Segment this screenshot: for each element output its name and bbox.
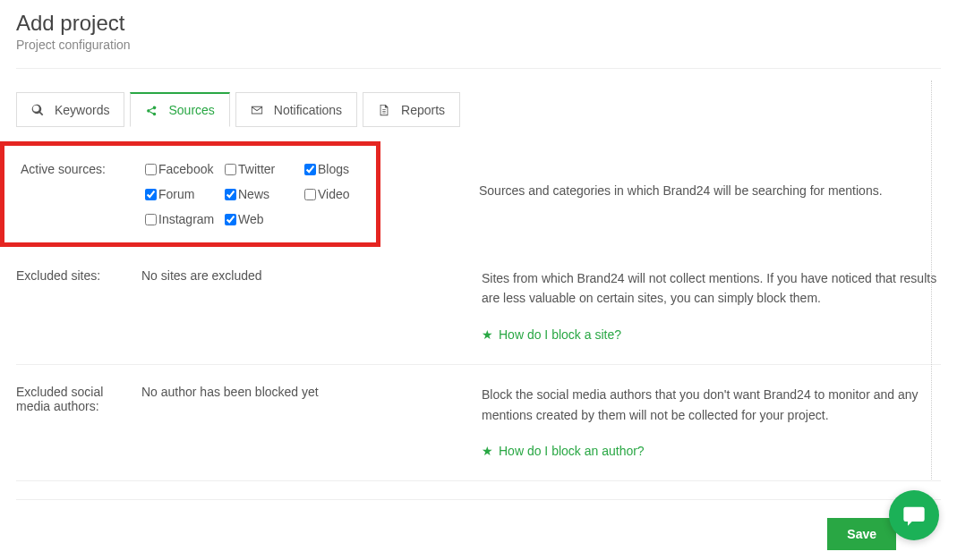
file-icon: [378, 104, 390, 116]
tab-reports[interactable]: Reports: [363, 92, 460, 127]
star-icon: ★: [482, 441, 493, 461]
search-icon: [31, 104, 44, 116]
tab-label: Keywords: [55, 103, 109, 117]
checkbox-twitter[interactable]: [225, 164, 236, 175]
page-subtitle: Project configuration: [16, 38, 941, 52]
checkbox-news[interactable]: [225, 189, 236, 200]
excluded-sites-label: Excluded sites:: [16, 268, 141, 283]
source-news[interactable]: News: [225, 187, 301, 201]
excluded-authors-value: No author has been blocked yet: [141, 385, 482, 399]
excluded-sites-value: No sites are excluded: [141, 268, 482, 283]
page-header: Add project Project configuration: [16, 11, 941, 69]
chat-icon: [901, 503, 927, 528]
source-blogs[interactable]: Blogs: [304, 162, 376, 176]
excluded-authors-description: Block the social media authors that you …: [482, 385, 941, 425]
excluded-authors-label: Excluded social media authors:: [16, 385, 141, 413]
help-block-site-link[interactable]: ★ How do I block a site?: [482, 325, 621, 344]
envelope-icon: [251, 104, 263, 116]
chat-widget-button[interactable]: [889, 490, 939, 540]
source-instagram[interactable]: Instagram: [145, 212, 221, 226]
tab-keywords[interactable]: Keywords: [16, 92, 124, 127]
sources-grid: Facebook Twitter Blogs Forum News Video …: [145, 162, 376, 226]
vertical-divider: [931, 81, 932, 479]
active-sources-highlight: Active sources: Facebook Twitter Blogs F…: [0, 141, 380, 247]
source-twitter[interactable]: Twitter: [225, 162, 301, 176]
source-facebook[interactable]: Facebook: [145, 162, 221, 176]
excluded-sites-description: Sites from which Brand24 will not collec…: [482, 268, 941, 309]
checkbox-blogs[interactable]: [304, 164, 316, 175]
star-icon: ★: [482, 325, 493, 344]
tab-sources[interactable]: Sources: [130, 92, 229, 127]
save-button[interactable]: Save: [827, 518, 896, 550]
source-web[interactable]: Web: [225, 212, 301, 226]
checkbox-web[interactable]: [225, 214, 236, 225]
source-video[interactable]: Video: [304, 187, 376, 201]
active-sources-description: Sources and categories in which Brand24 …: [479, 181, 941, 200]
checkbox-facebook[interactable]: [145, 164, 157, 175]
tab-label: Sources: [168, 103, 214, 117]
help-block-author-link[interactable]: ★ How do I block an author?: [482, 441, 645, 461]
tabs: Keywords Sources Notifications Reports: [16, 92, 941, 127]
page-title: Add project: [16, 11, 941, 36]
checkbox-video[interactable]: [304, 189, 316, 200]
checkbox-instagram[interactable]: [145, 214, 157, 225]
share-icon: [145, 104, 158, 116]
checkbox-forum[interactable]: [145, 189, 157, 200]
tab-label: Notifications: [274, 103, 342, 117]
tab-label: Reports: [401, 103, 445, 117]
source-forum[interactable]: Forum: [145, 187, 221, 201]
tab-notifications[interactable]: Notifications: [235, 92, 357, 127]
active-sources-label: Active sources:: [21, 162, 145, 176]
